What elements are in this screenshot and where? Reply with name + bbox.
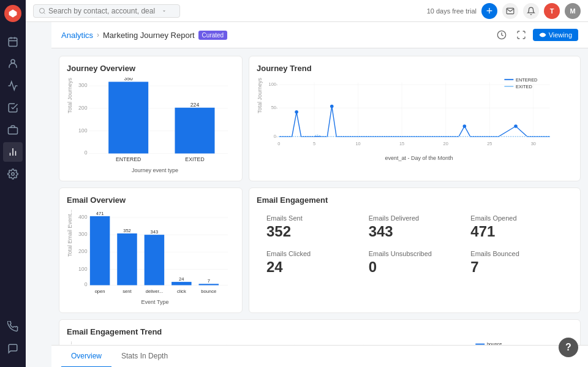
svg-point-4: [11, 59, 15, 63]
svg-text:10: 10: [355, 141, 360, 146]
tab-stats-in-depth[interactable]: Stats In Depth: [111, 346, 178, 368]
svg-text:200-: 200-: [79, 344, 88, 345]
svg-text:224: 224: [190, 102, 200, 108]
search-icon: [39, 7, 46, 15]
svg-text:100: 100: [78, 127, 88, 134]
svg-text:5: 5: [313, 141, 315, 146]
engagement-unsub-label: Emails Unsubscribed: [369, 250, 461, 257]
breadcrumb-analytics[interactable]: Analytics: [61, 31, 93, 40]
curated-badge: Curated: [198, 31, 228, 40]
svg-text:bounce: bounce: [201, 289, 216, 294]
topbar: 10 days free trial + T M: [26, 0, 588, 22]
mail-button[interactable]: [502, 3, 518, 19]
svg-text:300: 300: [78, 231, 88, 237]
sidebar-item-settings[interactable]: [3, 164, 23, 184]
journey-overview-yaxis-label: Total Journeys: [67, 78, 73, 118]
svg-rect-5: [9, 127, 18, 134]
sidebar-item-calendar[interactable]: [3, 32, 23, 51]
svg-point-38: [330, 105, 334, 108]
svg-text:sent: sent: [123, 289, 132, 294]
engagement-unsub: Emails Unsubscribed 0: [369, 250, 461, 276]
svg-text:352: 352: [123, 228, 131, 233]
svg-text:7: 7: [208, 278, 210, 284]
help-button[interactable]: ?: [559, 338, 578, 357]
engagement-opened-label: Emails Opened: [470, 214, 563, 222]
add-button[interactable]: +: [481, 3, 497, 19]
email-trend-chart: 200- 100- 0-: [75, 341, 573, 345]
svg-line-8: [43, 12, 45, 13]
engagement-bounced-value: 7: [470, 259, 563, 276]
svg-rect-70: [198, 284, 218, 285]
sidebar-item-contacts[interactable]: [3, 54, 23, 74]
fullscreen-button[interactable]: [513, 27, 529, 43]
engagement-delivered-value: 343: [369, 223, 461, 240]
journey-overview-title: Journey Overview: [67, 64, 235, 73]
sidebar-item-marketing[interactable]: [3, 76, 23, 96]
svg-text:0: 0: [85, 281, 88, 287]
svg-text:EXITED: EXITED: [516, 84, 532, 89]
sidebar-item-tasks[interactable]: [3, 98, 23, 118]
main-content: Analytics › Marketing Journey Report Cur…: [51, 22, 588, 367]
sidebar-item-deals[interactable]: [3, 120, 23, 140]
trial-text: 10 days free trial: [427, 7, 477, 15]
tab-overview[interactable]: Overview: [61, 346, 111, 368]
svg-text:0-: 0-: [274, 134, 278, 139]
journey-trend-chart: 100- 50- 0-: [265, 78, 573, 152]
svg-text:30: 30: [531, 141, 536, 146]
svg-point-37: [295, 110, 298, 114]
sidebar-item-analytics[interactable]: [3, 142, 23, 162]
svg-text:deliver...: deliver...: [146, 289, 163, 294]
viewing-button[interactable]: Viewing: [533, 29, 578, 41]
svg-text:100-: 100-: [269, 81, 278, 87]
engagement-delivered-label: Emails Delivered: [369, 214, 461, 222]
journey-trend-title: Journey Trend: [257, 64, 573, 73]
journey-overview-card: Journey Overview Total Journeys 300 200 …: [59, 56, 243, 181]
engagement-clicked: Emails Clicked 24: [266, 250, 359, 276]
engagement-sent-label: Emails Sent: [266, 214, 359, 222]
engagement-opened: Emails Opened 471: [470, 214, 563, 240]
engagement-clicked-value: 24: [266, 259, 359, 276]
svg-text:0: 0: [277, 141, 280, 146]
svg-rect-50: [504, 86, 513, 87]
svg-point-39: [463, 124, 467, 128]
svg-rect-0: [9, 38, 17, 47]
svg-text:EXITED: EXITED: [185, 156, 204, 162]
app-logo[interactable]: [4, 5, 21, 22]
svg-point-10: [541, 34, 543, 36]
svg-text:open: open: [95, 289, 105, 294]
search-box[interactable]: [33, 4, 180, 18]
engagement-sent-value: 352: [266, 223, 359, 240]
history-button[interactable]: [494, 27, 510, 43]
svg-rect-64: [117, 233, 137, 285]
svg-text:300: 300: [78, 82, 88, 88]
journey-trend-yaxis-label: Total Journeys: [257, 78, 263, 118]
sidebar-item-chat[interactable]: [3, 339, 23, 358]
svg-text:0: 0: [85, 149, 88, 156]
email-overview-card: Email Overview Total Email Event... 400 …: [59, 187, 243, 313]
email-row: Email Overview Total Email Event... 400 …: [59, 187, 581, 313]
svg-text:ENTERED: ENTERED: [116, 156, 141, 162]
email-overview-yaxis-label: Total Email Event...: [67, 210, 73, 262]
journey-overview-xaxis-label: Journey event type: [75, 167, 235, 173]
sidebar-item-phone[interactable]: [3, 317, 23, 336]
email-trend-card: Email Engagement Trend Total Email Event…: [59, 319, 581, 345]
user-avatar-grey[interactable]: M: [565, 3, 581, 19]
email-engagement-title: Email Engagement: [257, 195, 573, 205]
svg-text:24: 24: [179, 276, 184, 282]
search-input[interactable]: [48, 7, 159, 15]
sidebar: [0, 0, 26, 367]
engagement-sent: Emails Sent 352: [266, 214, 359, 240]
breadcrumb-separator: ›: [97, 31, 99, 39]
svg-rect-62: [90, 216, 110, 286]
svg-point-6: [12, 173, 15, 176]
journey-trend-card: Journey Trend Total Journeys 100- 50- 0-: [249, 56, 581, 181]
svg-point-7: [40, 8, 45, 13]
bell-button[interactable]: [523, 3, 539, 19]
tab-bar: Overview Stats In Depth: [51, 345, 588, 367]
engagement-unsub-value: 0: [369, 259, 461, 276]
svg-text:click: click: [177, 289, 186, 294]
search-dropdown-icon: [161, 8, 167, 14]
user-avatar-red[interactable]: T: [544, 3, 560, 19]
journey-overview-chart: 300 200 100 0 350: [75, 78, 235, 164]
journey-trend-xaxis-label: event_at - Day of the Month: [265, 155, 573, 161]
